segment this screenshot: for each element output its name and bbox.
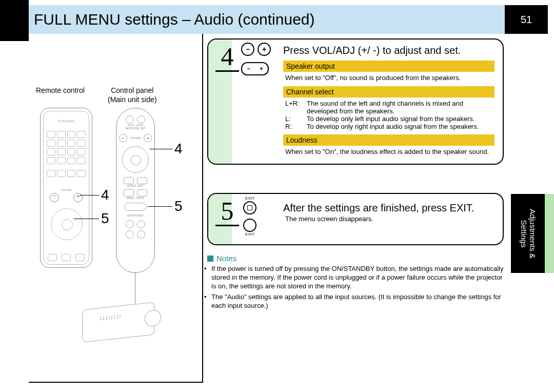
- panel-standby: [124, 203, 147, 211]
- callout-4-remote: 4: [101, 187, 109, 203]
- exit-icon: [243, 201, 256, 214]
- notes-header: Notes: [207, 254, 236, 263]
- channel-select-rows: L+R:The sound of the left and right chan…: [285, 100, 494, 130]
- notes-marker-icon: [207, 256, 213, 262]
- remote-control-image: TOSHIBA VOL/ADJ: [40, 108, 92, 268]
- left-spine: [0, 0, 29, 41]
- step-5-title: After the settings are finished, press E…: [283, 202, 494, 214]
- page-number: 51: [521, 14, 532, 26]
- panel-dpad: [122, 146, 149, 173]
- exit-panel-icon: [243, 219, 256, 232]
- callout-line: [74, 219, 99, 219]
- note-item: If the power is turned off by pressing t…: [211, 265, 505, 291]
- plus-icon: +: [258, 43, 271, 56]
- brand-label: TOSHIBA: [41, 120, 92, 123]
- side-tab-text: Adjustments & Settings: [511, 194, 545, 273]
- note-item: The "Audio" settings are applied to all …: [211, 293, 505, 310]
- voladj-panel-icon: −+: [241, 62, 269, 75]
- channel-select-heading: Channel select: [283, 86, 494, 97]
- control-panel-image: AUTO AUTOKEYSTONE SET − VOL/ADJ + ENTER …: [116, 108, 155, 273]
- minus-icon: −: [241, 43, 254, 56]
- callout-5-remote: 5: [101, 210, 109, 227]
- remote-control-label: Remote control: [36, 86, 85, 95]
- step-4-box: 4 − + −+ Press VOL/ADJ (+/ -) to adjust …: [207, 38, 504, 165]
- voladj-icon-row: − +: [241, 43, 271, 56]
- loudness-heading: Loudness: [283, 134, 494, 146]
- column-bottom-rule: [29, 382, 203, 383]
- step-5-box: 5 EXIT EXIT After the settings are finis…: [207, 193, 504, 245]
- callout-5-panel: 5: [174, 198, 183, 214]
- remote-vol-minus: [50, 193, 59, 202]
- side-tab-accent: [545, 194, 554, 273]
- loudness-text: When set to "On", the loudness effect is…: [285, 148, 494, 156]
- speaker-output-text: When set to "Off", no sound is produced …: [285, 74, 494, 82]
- voladj-row: VOL/ADJ: [46, 193, 87, 202]
- notes-title: Notes: [216, 254, 236, 263]
- step-5-text: The menu screen disappears.: [285, 215, 494, 223]
- notes-list: •If the power is turned off by pressing …: [204, 265, 505, 312]
- exit-label-top: EXIT: [243, 196, 256, 201]
- exit-label-bottom: EXIT: [243, 232, 256, 237]
- column-divider: [202, 34, 203, 383]
- voladj-label: VOL/ADJ: [46, 188, 87, 191]
- speaker-output-heading: Speaker output: [283, 61, 494, 72]
- panel-vol-plus: +: [144, 134, 152, 142]
- projector-image: [82, 299, 159, 348]
- page-number-box: 51: [505, 5, 548, 34]
- remote-dpad: [51, 208, 83, 240]
- page-title: FULL MENU settings – Audio (continued): [34, 11, 315, 28]
- control-panel-label: Control panel (Main unit side): [108, 86, 157, 104]
- remote-vol-plus: [73, 193, 83, 202]
- callout-line: [148, 206, 172, 207]
- step-4-title: Press VOL/ADJ (+/ -) to adjust and set.: [283, 45, 494, 56]
- callout-line: [150, 149, 172, 149]
- header-bar: FULL MENU settings – Audio (continued): [29, 5, 510, 34]
- callout-line: [80, 195, 99, 195]
- callout-4-panel: 4: [174, 141, 183, 157]
- panel-vol-minus: −: [119, 134, 127, 142]
- step-5-number: 5: [216, 196, 238, 226]
- step-4-number: 4: [216, 42, 238, 71]
